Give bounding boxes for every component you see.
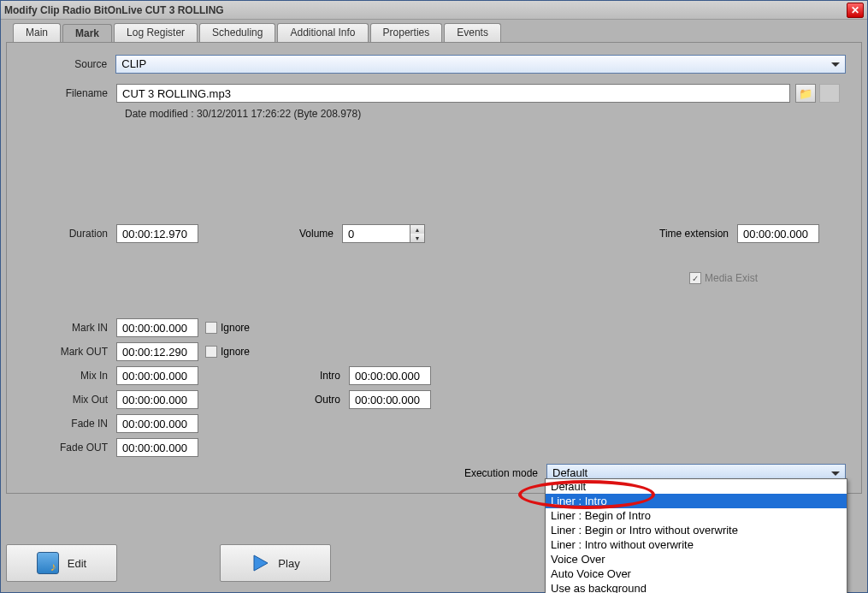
mark-out-ignore-checkbox[interactable] <box>205 346 217 358</box>
exec-option-liner-intro[interactable]: Liner : Intro <box>546 494 847 508</box>
mark-out-input[interactable] <box>116 342 198 361</box>
mark-panel: Source CLIP Filename 📁 Date modified : 3… <box>6 42 862 494</box>
exec-option-liner-intro-no-overwrite[interactable]: Liner : Intro without overwrite <box>546 537 847 552</box>
browse-button[interactable]: 📁 <box>795 84 816 103</box>
intro-input[interactable] <box>349 366 431 385</box>
file-meta: Date modified : 30/12/2011 17:26:22 (Byt… <box>125 108 846 120</box>
fade-in-input[interactable] <box>116 414 198 433</box>
exec-option-liner-begin-or-intro-no-overwrite[interactable]: Liner : Begin or Intro without overwrite <box>546 523 847 537</box>
filename-input[interactable] <box>116 84 790 103</box>
tab-mark[interactable]: Mark <box>62 24 112 43</box>
chevron-down-icon: ▼ <box>410 234 424 242</box>
mark-in-input[interactable] <box>116 318 198 337</box>
mark-out-ignore-label: Ignore <box>221 346 250 358</box>
edit-icon <box>37 552 59 574</box>
outro-label: Outro <box>298 394 349 406</box>
window-title: Modify Clip Radio BitOnLive CUT 3 ROLLIN… <box>4 4 847 16</box>
volume-input[interactable] <box>342 224 410 243</box>
time-extension-input[interactable] <box>737 224 819 243</box>
mark-in-ignore-checkbox[interactable] <box>205 322 217 334</box>
outro-input[interactable] <box>349 390 431 409</box>
exec-option-voice-over[interactable]: Voice Over <box>546 552 847 566</box>
mark-out-label: Mark OUT <box>22 346 116 358</box>
exec-option-liner-begin-of-intro[interactable]: Liner : Begin of Intro <box>546 508 847 523</box>
chevron-up-icon: ▲ <box>410 225 424 234</box>
execution-mode-label: Execution mode <box>464 467 546 479</box>
tab-scheduling[interactable]: Scheduling <box>199 23 275 42</box>
source-label: Source <box>22 58 115 70</box>
tab-main[interactable]: Main <box>13 23 61 42</box>
mark-in-ignore-label: Ignore <box>221 322 250 334</box>
edit-button[interactable]: Edit <box>6 544 117 582</box>
modify-clip-window: Modify Clip Radio BitOnLive CUT 3 ROLLIN… <box>0 0 868 593</box>
close-icon: ✕ <box>851 4 859 16</box>
volume-spinner[interactable]: ▲ ▼ <box>410 224 425 243</box>
play-icon <box>251 554 269 572</box>
fade-out-input[interactable] <box>116 438 198 457</box>
mark-in-label: Mark IN <box>22 322 116 334</box>
tab-strip: Main Mark Log Register Scheduling Additi… <box>6 23 862 42</box>
mix-in-input[interactable] <box>116 366 198 385</box>
tab-events[interactable]: Events <box>444 23 501 42</box>
filename-label: Filename <box>22 87 116 99</box>
play-button-label: Play <box>278 557 299 570</box>
duration-label: Duration <box>22 228 116 240</box>
intro-label: Intro <box>298 370 349 382</box>
client-area: Main Mark Log Register Scheduling Additi… <box>6 23 862 548</box>
source-combo[interactable]: CLIP <box>115 55 846 74</box>
exec-option-default[interactable]: Default <box>546 479 847 494</box>
fade-in-label: Fade IN <box>22 418 116 430</box>
volume-label: Volume <box>291 228 342 240</box>
execution-mode-dropdown[interactable]: Default Liner : Intro Liner : Begin of I… <box>545 478 847 593</box>
exec-option-auto-voice-over[interactable]: Auto Voice Over <box>546 566 847 581</box>
media-exist-checkbox: ✓ <box>689 272 701 284</box>
edit-button-label: Edit <box>68 557 86 570</box>
tab-properties[interactable]: Properties <box>370 23 443 42</box>
mix-out-input[interactable] <box>116 390 198 409</box>
mix-in-label: Mix In <box>22 370 116 382</box>
tab-additional-info[interactable]: Additional Info <box>277 23 368 42</box>
time-extension-label: Time extension <box>643 228 737 240</box>
folder-icon: 📁 <box>799 87 812 100</box>
play-button[interactable]: Play <box>220 544 331 582</box>
svg-marker-0 <box>254 555 268 571</box>
mix-out-label: Mix Out <box>22 394 116 406</box>
close-button[interactable]: ✕ <box>847 3 864 18</box>
media-exist-label: Media Exist <box>705 272 758 284</box>
title-bar: Modify Clip Radio BitOnLive CUT 3 ROLLIN… <box>1 1 867 20</box>
duration-input[interactable] <box>116 224 198 243</box>
fade-out-label: Fade OUT <box>22 442 116 454</box>
exec-option-use-as-background[interactable]: Use as background <box>546 581 847 593</box>
clear-filename-button[interactable] <box>819 84 840 103</box>
tab-log-register[interactable]: Log Register <box>114 23 198 42</box>
